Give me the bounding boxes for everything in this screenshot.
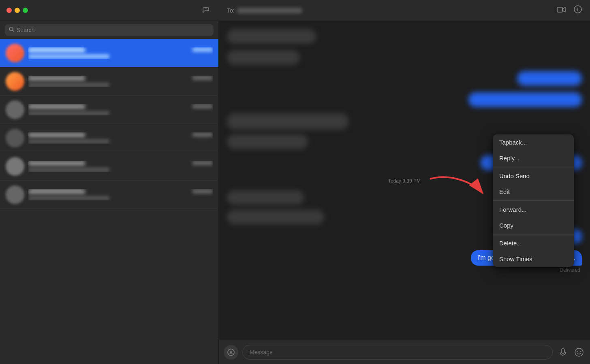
preview-blurred: [28, 139, 109, 144]
time-blurred: [192, 132, 213, 137]
svg-rect-6: [561, 349, 564, 353]
name-row: [28, 47, 213, 53]
time-blurred: [192, 47, 213, 52]
context-menu-divider-1: [493, 167, 574, 167]
avatar: [6, 72, 24, 91]
delivered-label: Delivered: [227, 267, 582, 273]
time-blurred: [192, 161, 213, 165]
contact-name-blurred: [28, 161, 85, 166]
conversation-content: [28, 161, 213, 172]
search-input[interactable]: [17, 27, 209, 33]
sidebar: [0, 21, 219, 364]
minimize-button[interactable]: [15, 8, 20, 13]
avatar: [6, 129, 24, 147]
recipient-blurred: [237, 8, 302, 13]
titlebar: To:: [0, 0, 590, 21]
conversation-content: [28, 132, 213, 144]
context-menu-divider-3: [493, 234, 574, 234]
message-input[interactable]: [242, 345, 553, 360]
preview-blurred: [28, 168, 109, 172]
info-icon[interactable]: [574, 5, 582, 15]
list-item[interactable]: [0, 39, 218, 67]
chat-area: Today 9:39 PM I'm going to unsend this m…: [219, 21, 590, 364]
context-menu-copy[interactable]: Copy: [493, 217, 574, 233]
svg-point-9: [580, 351, 581, 352]
list-item[interactable]: [0, 96, 218, 124]
preview-blurred: [28, 83, 109, 87]
emoji-button[interactable]: [573, 346, 585, 358]
context-menu-tapback[interactable]: Tapback...: [493, 134, 574, 150]
titlebar-left: [0, 4, 219, 17]
main-content: Today 9:39 PM I'm going to unsend this m…: [0, 21, 590, 364]
search-icon: [9, 27, 14, 33]
contact-name-blurred: [28, 189, 85, 194]
contact-name-blurred: [28, 132, 85, 138]
conversation-content: [28, 189, 213, 200]
search-wrapper[interactable]: [5, 24, 214, 36]
svg-text:A: A: [229, 350, 232, 355]
context-menu-show-times[interactable]: Show Times: [493, 251, 574, 267]
svg-point-8: [577, 351, 578, 352]
context-menu-edit[interactable]: Edit: [493, 184, 574, 200]
avatar: [6, 100, 24, 119]
input-bar: A: [219, 340, 590, 364]
list-item[interactable]: [0, 152, 218, 181]
time-blurred: [192, 189, 213, 194]
avatar: [6, 44, 24, 62]
to-label: To:: [227, 7, 235, 14]
conversation-content: [28, 104, 213, 115]
context-menu-reply[interactable]: Reply...: [493, 150, 574, 166]
contact-name-blurred: [28, 47, 85, 53]
context-menu-undo-send[interactable]: Undo Send: [493, 168, 574, 184]
video-call-icon[interactable]: [557, 6, 566, 15]
svg-point-7: [575, 348, 583, 356]
svg-rect-0: [557, 7, 562, 12]
context-menu-forward[interactable]: Forward...: [493, 202, 574, 217]
titlebar-right: To:: [219, 5, 590, 15]
preview-blurred: [28, 111, 109, 115]
contact-name-blurred: [28, 104, 85, 109]
list-item[interactable]: [0, 181, 218, 209]
context-menu-divider-2: [493, 200, 574, 201]
conversation-content: [28, 76, 213, 87]
time-blurred: [192, 104, 213, 109]
context-menu: Tapback... Reply... Undo Send Edit Forwa…: [493, 134, 574, 267]
time-blurred: [192, 76, 213, 80]
conversation-content: [28, 47, 213, 59]
list-item[interactable]: [0, 124, 218, 152]
preview-blurred: [28, 196, 109, 200]
conversations-list[interactable]: [0, 39, 218, 364]
to-field: To:: [227, 7, 302, 14]
maximize-button[interactable]: [23, 8, 28, 13]
avatar: [6, 157, 24, 176]
compose-button[interactable]: [199, 4, 212, 17]
avatar: [6, 185, 24, 204]
close-button[interactable]: [6, 8, 12, 13]
contact-name-blurred: [28, 76, 85, 81]
traffic-lights: [6, 8, 28, 13]
search-bar: [0, 21, 218, 39]
preview-blurred: [28, 54, 109, 59]
list-item[interactable]: [0, 67, 218, 96]
context-menu-delete[interactable]: Delete...: [493, 235, 574, 251]
titlebar-actions: [557, 5, 582, 15]
audio-input-button[interactable]: [557, 346, 569, 358]
appstore-button[interactable]: A: [224, 345, 238, 360]
